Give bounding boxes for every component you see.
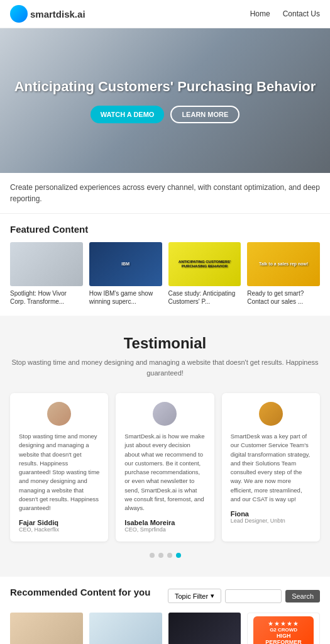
g2-high-performer: HIGH PERFORMER [258,633,309,644]
recommended-header: Recommended Content for you Topic Filter… [10,587,320,605]
featured-item-4[interactable]: Talk to a sales rep now! Ready to get sm… [247,242,320,306]
testimonial-text-1: Stop wasting time and money designing an… [19,432,99,513]
topic-filter-label: Topic Filter [175,592,208,600]
featured-section: Featured Content Spotlight: How Vivor Co… [0,214,330,316]
testimonial-card-2: SmartDesk.ai is how we make just about e… [116,393,214,541]
navbar: smartdisk.ai Home Contact Us [0,0,330,28]
nav-home[interactable]: Home [250,9,270,18]
testimonial-role-3: Lead Designer, Unbtn [231,518,311,524]
featured-item-3[interactable]: ANTICIPATING CUSTOMERS' PURCHASING BEHAV… [168,242,241,306]
tagline: Create personalized experiences across e… [0,173,330,214]
recommended-grid: 10 reasons why AI-powered customer ... H… [10,613,320,644]
featured-grid: Spotlight: How Vivor Corp. Transforme...… [10,242,320,306]
featured-img-3: ANTICIPATING CUSTOMERS' PURCHASING BEHAV… [168,242,241,286]
logo-icon [10,5,28,23]
testimonial-role-1: CEO, Hackerflix [19,526,99,533]
featured-img-inner-2: IBM [89,242,162,286]
rec-item-3[interactable]: Artificial Intelligence Technologies And… [168,613,241,644]
testimonial-text-2: SmartDesk.ai is how we make just about e… [124,432,205,513]
watch-demo-button[interactable]: WATCH A DEMO [91,106,165,123]
testimonial-subtitle: Stop wasting time and money designing an… [10,357,320,378]
testimonial-name-1: Fajar Siddiq [19,519,99,526]
avatar-3 [259,402,283,426]
topic-filter-button[interactable]: Topic Filter ▾ [168,589,221,603]
recommended-section: Recommended Content for you Topic Filter… [0,577,330,644]
testimonial-cards: Stop wasting time and money designing an… [10,393,320,541]
logo-text: smartdisk.ai [30,9,85,19]
featured-item-2[interactable]: IBM How IBM's game show winning superc..… [89,242,162,306]
g2-stars: ★★★★★ [268,620,299,627]
hero-buttons: WATCH A DEMO LEARN MORE [14,106,316,123]
featured-label-3: Case study: Anticipating Customers' P... [168,289,241,306]
filter-area: Topic Filter ▾ Search [168,589,320,603]
featured-img-4: Talk to a sales rep now! [247,242,320,286]
learn-more-button[interactable]: LEARN MORE [170,106,239,123]
testimonial-title: Testimonial [10,335,320,352]
featured-item-1[interactable]: Spotlight: How Vivor Corp. Transforme... [10,242,83,306]
nav-links: Home Contact Us [250,9,320,18]
featured-img-inner-4: Talk to a sales rep now! [247,242,320,286]
testimonial-card-3: SmartDesk was a key part of our Customer… [222,393,320,541]
testimonial-card-1: Stop wasting time and money designing an… [10,393,108,541]
hero-content: Anticipating Customers' Purchasing Behav… [14,78,316,124]
featured-label-4: Ready to get smart? Contact our sales ..… [247,289,320,306]
rec-img-1 [10,613,83,644]
dot-2[interactable] [158,553,163,558]
featured-img-inner-3: ANTICIPATING CUSTOMERS' PURCHASING BEHAV… [168,242,241,286]
dot-1[interactable] [150,553,155,558]
dot-4[interactable] [176,553,181,558]
carousel-dots [10,553,320,558]
featured-img-1 [10,242,83,286]
dot-3[interactable] [167,553,172,558]
search-button[interactable]: Search [285,590,320,602]
g2-logo: G2 CROWD [270,627,297,633]
featured-label-1: Spotlight: How Vivor Corp. Transforme... [10,289,83,306]
rec-img-2 [89,613,162,644]
hero-title: Anticipating Customers' Purchasing Behav… [14,78,316,96]
logo[interactable]: smartdisk.ai [10,5,85,23]
chevron-down-icon: ▾ [211,592,214,600]
testimonial-role-2: CEO, Smprfinda [124,526,205,533]
testimonial-name-3: Fiona [231,510,311,518]
featured-title: Featured Content [10,224,320,235]
search-input[interactable] [225,589,282,603]
testimonial-text-3: SmartDesk was a key part of our Customer… [231,432,311,504]
featured-img-inner-1 [10,242,83,286]
recommended-title: Recommended Content for you [10,587,150,597]
hero-section: Anticipating Customers' Purchasing Behav… [0,28,330,173]
featured-label-2: How IBM's game show winning superc... [89,289,162,306]
avatar-1 [47,402,71,426]
rec-item-1[interactable]: 10 reasons why AI-powered customer ... [10,613,83,644]
rec-item-2[interactable]: How Will AI-Powered Customer Service... [89,613,162,644]
tagline-text: Create personalized experiences across e… [10,183,320,203]
rec-img-3 [168,613,241,644]
testimonial-section: Testimonial Stop wasting time and money … [0,316,330,577]
testimonial-name-2: Isabela Moreira [124,519,205,526]
avatar-2 [153,402,177,426]
rec-item-4[interactable]: ★★★★★ G2 CROWD HIGH PERFORMER WINTER 201… [247,613,320,644]
g2-badge: ★★★★★ G2 CROWD HIGH PERFORMER WINTER 201… [247,613,320,644]
featured-img-2: IBM [89,242,162,286]
g2-badge-inner: ★★★★★ G2 CROWD HIGH PERFORMER WINTER 201… [253,616,314,644]
nav-contact[interactable]: Contact Us [283,9,320,18]
